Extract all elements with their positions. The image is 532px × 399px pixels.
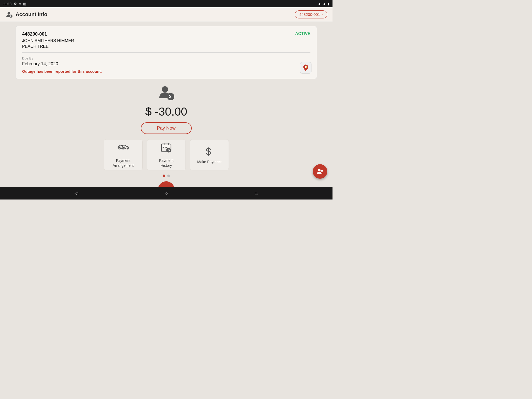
due-label: Due By bbox=[22, 56, 310, 60]
location-pin-button[interactable]: ⚡ bbox=[300, 62, 311, 74]
handshake-icon bbox=[117, 142, 129, 156]
a-icon: A bbox=[19, 2, 21, 6]
svg-point-0 bbox=[8, 12, 10, 15]
svg-text:i: i bbox=[10, 15, 11, 18]
tile-make-payment-label: Make Payment bbox=[197, 159, 221, 164]
svg-rect-15 bbox=[163, 147, 164, 148]
wifi-icon: ▲ bbox=[318, 2, 321, 6]
due-date: February 14, 2020 bbox=[22, 61, 310, 66]
action-tiles: PaymentArrangement $ PaymentHistory bbox=[16, 139, 317, 170]
svg-text:⚡: ⚡ bbox=[305, 66, 308, 68]
tile-payment-history[interactable]: $ PaymentHistory bbox=[147, 139, 186, 170]
account-balance-icon: $ bbox=[157, 85, 175, 103]
app-bar: i Account Info 448200-001 › bbox=[0, 7, 332, 22]
sim-icon: ▦ bbox=[23, 2, 26, 6]
main-content: 448200-001 ACTIVE JOHN SMITHERS HIMMER P… bbox=[0, 22, 332, 200]
person-dollar-icon: $ bbox=[157, 85, 175, 102]
dollar-large-svg: $ bbox=[204, 145, 215, 157]
outage-message: Outage has been reported for this accoun… bbox=[22, 69, 310, 74]
handshake-svg bbox=[117, 142, 129, 153]
tile-payment-arrangement[interactable]: PaymentArrangement bbox=[104, 139, 143, 170]
chevron-right-icon: › bbox=[322, 12, 323, 17]
dot-1 bbox=[163, 175, 165, 177]
recents-button[interactable]: □ bbox=[255, 191, 258, 196]
tile-payment-history-label: PaymentHistory bbox=[159, 158, 173, 168]
svg-rect-16 bbox=[165, 147, 167, 148]
card-divider bbox=[22, 52, 310, 53]
tile-make-payment[interactable]: $ Make Payment bbox=[190, 139, 229, 170]
status-bar: 11:18 ⚙ A ▦ ▲ ▲ ▮ bbox=[0, 0, 332, 7]
back-button[interactable]: ◁ bbox=[75, 190, 78, 196]
signal-icon: ▲ bbox=[323, 2, 326, 6]
nav-bar: ◁ ○ □ bbox=[0, 187, 332, 200]
app-bar-left: i Account Info bbox=[5, 11, 47, 18]
tile-payment-arrangement-label: PaymentArrangement bbox=[113, 158, 134, 168]
svg-point-1 bbox=[9, 15, 12, 18]
balance-amount: $ -30.00 bbox=[145, 105, 187, 118]
balance-section: $ $ -30.00 Pay Now bbox=[16, 85, 317, 134]
chip-account-number: 448200-001 bbox=[299, 12, 320, 17]
home-button[interactable]: ○ bbox=[165, 191, 168, 196]
battery-icon: ▮ bbox=[328, 2, 329, 6]
dot-2 bbox=[167, 175, 170, 177]
status-left: 11:18 ⚙ A ▦ bbox=[3, 2, 26, 6]
account-status: ACTIVE bbox=[295, 31, 310, 36]
settings-icon: ⚙ bbox=[14, 2, 17, 6]
status-right: ▲ ▲ ▮ bbox=[318, 2, 329, 6]
calendar-dollar-svg: $ bbox=[161, 142, 172, 153]
pagination-dots bbox=[16, 175, 317, 177]
card-account-number: 448200-001 bbox=[22, 31, 47, 37]
location-pin-icon: ⚡ bbox=[303, 64, 309, 71]
account-location: PEACH TREE bbox=[22, 44, 310, 49]
account-card: 448200-001 ACTIVE JOHN SMITHERS HIMMER P… bbox=[16, 26, 317, 79]
fab-person-list-icon bbox=[316, 168, 324, 175]
account-name: JOHN SMITHERS HIMMER bbox=[22, 38, 310, 43]
card-header: 448200-001 ACTIVE bbox=[22, 31, 310, 37]
svg-text:$: $ bbox=[168, 148, 170, 152]
fab-button[interactable] bbox=[313, 164, 327, 179]
dollar-sign-icon: $ bbox=[204, 145, 215, 157]
svg-text:$: $ bbox=[206, 146, 211, 157]
person-icon: i bbox=[5, 11, 12, 18]
calendar-dollar-icon: $ bbox=[161, 142, 172, 156]
time-display: 11:18 bbox=[3, 2, 12, 6]
svg-point-20 bbox=[318, 169, 321, 171]
app-bar-title: Account Info bbox=[16, 11, 47, 17]
account-chip[interactable]: 448200-001 › bbox=[295, 10, 327, 18]
svg-point-5 bbox=[162, 86, 168, 92]
svg-text:$: $ bbox=[169, 94, 171, 99]
pay-now-button[interactable]: Pay Now bbox=[141, 122, 192, 134]
